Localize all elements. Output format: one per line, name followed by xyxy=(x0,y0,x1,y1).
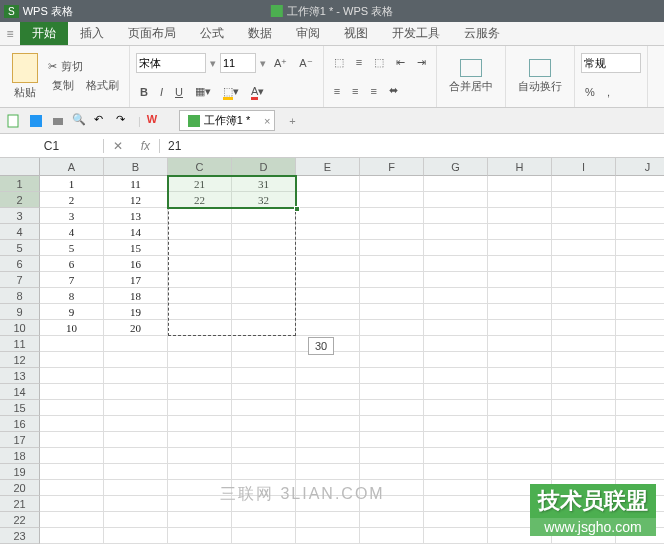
align-middle-icon[interactable]: ≡ xyxy=(352,54,366,70)
cell[interactable] xyxy=(424,368,488,384)
document-tab[interactable]: 工作簿1 * × xyxy=(179,110,275,131)
col-header[interactable]: I xyxy=(552,158,616,176)
format-painter-button[interactable]: 格式刷 xyxy=(82,76,123,95)
cell[interactable] xyxy=(40,432,104,448)
row-header[interactable]: 22 xyxy=(0,512,40,528)
cell[interactable] xyxy=(40,512,104,528)
row-header[interactable]: 12 xyxy=(0,352,40,368)
row-header[interactable]: 8 xyxy=(0,288,40,304)
cell[interactable] xyxy=(616,352,664,368)
cell[interactable]: 13 xyxy=(104,208,168,224)
cell[interactable] xyxy=(168,240,232,256)
cell[interactable] xyxy=(488,176,552,192)
cell[interactable] xyxy=(360,416,424,432)
row-header[interactable]: 14 xyxy=(0,384,40,400)
align-right-icon[interactable]: ≡ xyxy=(367,83,381,99)
cell[interactable] xyxy=(104,384,168,400)
cell[interactable] xyxy=(296,512,360,528)
cell[interactable] xyxy=(40,368,104,384)
cell[interactable] xyxy=(616,480,664,496)
menu-tab-1[interactable]: 插入 xyxy=(68,22,116,45)
fill-color-button[interactable]: ⬚▾ xyxy=(219,83,243,100)
cell[interactable] xyxy=(616,416,664,432)
cell[interactable] xyxy=(104,448,168,464)
row-header[interactable]: 2 xyxy=(0,192,40,208)
row-header[interactable]: 17 xyxy=(0,432,40,448)
cell[interactable] xyxy=(488,512,552,528)
cell[interactable] xyxy=(168,208,232,224)
row-header[interactable]: 13 xyxy=(0,368,40,384)
cell[interactable] xyxy=(232,448,296,464)
underline-button[interactable]: U xyxy=(171,84,187,100)
cell[interactable] xyxy=(552,464,616,480)
cell[interactable] xyxy=(40,448,104,464)
cell[interactable] xyxy=(488,496,552,512)
cell[interactable] xyxy=(232,384,296,400)
cell[interactable] xyxy=(40,528,104,544)
cell[interactable] xyxy=(360,240,424,256)
cell[interactable] xyxy=(168,368,232,384)
cell[interactable] xyxy=(104,496,168,512)
cell[interactable] xyxy=(424,384,488,400)
cell[interactable] xyxy=(296,240,360,256)
cell[interactable] xyxy=(488,384,552,400)
cell[interactable] xyxy=(40,352,104,368)
cell[interactable]: 4 xyxy=(40,224,104,240)
cell[interactable] xyxy=(488,464,552,480)
number-format-combo[interactable] xyxy=(581,53,641,73)
cell[interactable] xyxy=(424,352,488,368)
cell[interactable] xyxy=(104,416,168,432)
cell[interactable] xyxy=(360,352,424,368)
new-icon[interactable] xyxy=(6,113,22,129)
cell[interactable] xyxy=(616,448,664,464)
cell[interactable] xyxy=(424,480,488,496)
wrap-text-button[interactable]: 自动换行 xyxy=(512,55,568,98)
cell[interactable] xyxy=(424,448,488,464)
cell[interactable] xyxy=(488,192,552,208)
cell[interactable] xyxy=(552,512,616,528)
cell[interactable] xyxy=(232,528,296,544)
cell[interactable] xyxy=(424,464,488,480)
cell[interactable] xyxy=(616,256,664,272)
select-all-corner[interactable] xyxy=(0,158,40,176)
fx-button[interactable]: fx xyxy=(141,139,150,153)
col-header[interactable]: F xyxy=(360,158,424,176)
cell[interactable]: 16 xyxy=(104,256,168,272)
cell[interactable]: 2 xyxy=(40,192,104,208)
cell[interactable] xyxy=(424,176,488,192)
cell[interactable] xyxy=(168,288,232,304)
cell[interactable] xyxy=(360,320,424,336)
cell[interactable] xyxy=(360,496,424,512)
cell[interactable] xyxy=(296,208,360,224)
row-header[interactable]: 11 xyxy=(0,336,40,352)
comma-button[interactable]: , xyxy=(603,84,614,100)
cell[interactable] xyxy=(424,224,488,240)
column-headers[interactable]: ABCDEFGHIJ xyxy=(40,158,664,176)
wps-logo-icon[interactable]: W xyxy=(147,113,163,129)
cell[interactable] xyxy=(552,240,616,256)
cell[interactable] xyxy=(488,528,552,544)
italic-button[interactable]: I xyxy=(156,84,167,100)
cell[interactable] xyxy=(616,496,664,512)
cell[interactable] xyxy=(104,512,168,528)
cell[interactable] xyxy=(360,432,424,448)
cell[interactable] xyxy=(360,176,424,192)
row-header[interactable]: 15 xyxy=(0,400,40,416)
cell[interactable] xyxy=(232,416,296,432)
cell[interactable]: 15 xyxy=(104,240,168,256)
cell[interactable] xyxy=(552,320,616,336)
cell[interactable]: 3 xyxy=(40,208,104,224)
cell[interactable] xyxy=(424,192,488,208)
row-header[interactable]: 10 xyxy=(0,320,40,336)
cell[interactable] xyxy=(552,208,616,224)
cell[interactable] xyxy=(488,240,552,256)
cell[interactable]: 18 xyxy=(104,288,168,304)
cell[interactable] xyxy=(552,496,616,512)
row-header[interactable]: 18 xyxy=(0,448,40,464)
cell[interactable] xyxy=(168,320,232,336)
cell[interactable] xyxy=(488,432,552,448)
col-header[interactable]: G xyxy=(424,158,488,176)
cell[interactable] xyxy=(616,512,664,528)
cell[interactable] xyxy=(296,272,360,288)
cell[interactable] xyxy=(232,224,296,240)
